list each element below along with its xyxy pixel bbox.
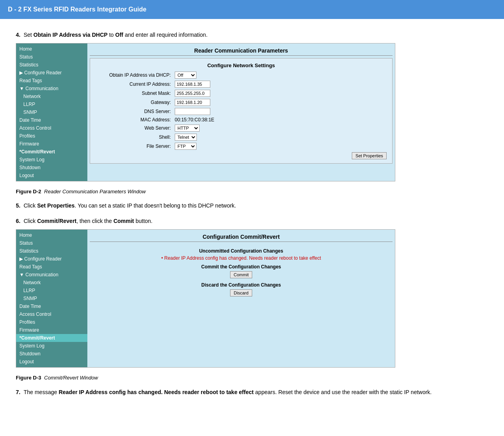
step7-text: 7.The message Reader IP Address config h… xyxy=(16,388,488,396)
panel2: Home Status Statistics ▶ Configure Reade… xyxy=(16,229,395,368)
field-gateway: Gateway: xyxy=(96,99,387,106)
uncommitted-title: Uncommitted Configuration Changes xyxy=(98,248,385,254)
discard-button[interactable]: Discard xyxy=(230,289,252,296)
sidebar2-snmp[interactable]: SNMP xyxy=(16,294,87,302)
input-gateway[interactable] xyxy=(175,99,210,106)
header-title: D - 2 FX Series RFID Readers Integrator … xyxy=(8,6,146,13)
field-ip: Current IP Address: xyxy=(96,81,387,88)
sidebar1-home[interactable]: Home xyxy=(16,45,87,53)
set-properties-button[interactable]: Set Properties xyxy=(352,152,387,159)
sidebar2-access-control[interactable]: Access Control xyxy=(16,310,87,318)
sidebar2-datetime[interactable]: Date Time xyxy=(16,302,87,310)
select-webserver[interactable]: HTTPHTTPS xyxy=(175,125,200,132)
step4-bold2: Off xyxy=(115,32,123,38)
sidebar2-firmware[interactable]: Firmware xyxy=(16,326,87,334)
panel1-inner-title: Configure Network Settings xyxy=(96,62,387,68)
sidebar2-logout[interactable]: Logout xyxy=(16,358,87,366)
step5-bold1: Set Properties xyxy=(37,202,75,209)
label-webserver: Web Server: xyxy=(96,125,175,131)
step6-bold2: Commit xyxy=(113,218,134,224)
sidebar2-statistics[interactable]: Statistics xyxy=(16,247,87,255)
field-fileserver: File Server: FTPSFTP xyxy=(96,143,387,150)
sidebar1-logout[interactable]: Logout xyxy=(16,172,87,179)
panel1-title: Reader Communication Parameters xyxy=(90,46,393,56)
step5-text: 5.Click Set Properties. You can set a st… xyxy=(16,202,488,210)
sidebar2-system-log[interactable]: System Log xyxy=(16,342,87,350)
input-ip[interactable] xyxy=(175,81,210,88)
uncommitted-msg: Reader IP Address config has changed. Ne… xyxy=(98,255,385,261)
figure2-caption: Reader Communication Parameters Window xyxy=(44,189,146,194)
step7-number: 7. xyxy=(16,389,21,395)
figure3-label: Figure D-3 Commit/Revert Window xyxy=(16,375,488,381)
main-content: 4.Set Obtain IP Address via DHCP to Off … xyxy=(0,19,504,415)
sidebar2-home[interactable]: Home xyxy=(16,231,87,239)
step4-bold1: Obtain IP Address via DHCP xyxy=(34,32,108,38)
input-dns[interactable] xyxy=(175,108,210,115)
sidebar1-commit-revert[interactable]: *Commit/Revert xyxy=(16,148,87,156)
field-dhcp: Obtain IP Address via DHCP: OffOn xyxy=(96,72,387,79)
sidebar2-shutdown[interactable]: Shutdown xyxy=(16,350,87,358)
sidebar2-llrp[interactable]: LLRP xyxy=(16,287,87,294)
sidebar2-communication[interactable]: ▼ Communication xyxy=(16,271,87,279)
sidebar2-read-tags[interactable]: Read Tags xyxy=(16,263,87,271)
discard-btn-row: Discard xyxy=(98,289,385,296)
field-subnet: Subnet Mask: xyxy=(96,90,387,97)
figure2-id: Figure D-2 xyxy=(16,189,41,194)
step6-text: 6.Click Commit/Revert, then click the Co… xyxy=(16,217,488,225)
sidebar1-datetime[interactable]: Date Time xyxy=(16,116,87,124)
sidebar2-configure-reader[interactable]: ▶ Configure Reader xyxy=(16,255,87,263)
panel1-inner: Configure Network Settings Obtain IP Add… xyxy=(90,58,393,164)
sidebar2-status[interactable]: Status xyxy=(16,239,87,247)
sidebar1-access-control[interactable]: Access Control xyxy=(16,124,87,132)
panel2-title: Configuration Commit/Revert xyxy=(90,232,393,242)
sidebar1-llrp[interactable]: LLRP xyxy=(16,100,87,108)
label-subnet: Subnet Mask: xyxy=(96,91,175,96)
sidebar1: Home Status Statistics ▶ Configure Reade… xyxy=(16,43,87,181)
select-shell[interactable]: TelnetSSH xyxy=(175,134,197,141)
field-webserver: Web Server: HTTPHTTPS xyxy=(96,125,387,132)
select-fileserver[interactable]: FTPSFTP xyxy=(175,143,196,150)
sidebar2-commit-revert[interactable]: *Commit/Revert xyxy=(16,334,87,342)
page-header: D - 2 FX Series RFID Readers Integrator … xyxy=(0,0,504,19)
step6-number: 6. xyxy=(16,218,21,224)
sidebar1-firmware[interactable]: Firmware xyxy=(16,140,87,148)
figure2-label: Figure D-2 Reader Communication Paramete… xyxy=(16,189,488,194)
step-7: 7.The message Reader IP Address config h… xyxy=(16,388,488,396)
select-dhcp[interactable]: OffOn xyxy=(175,72,196,79)
sidebar1-network[interactable]: Network xyxy=(16,92,87,100)
step-6: 6.Click Commit/Revert, then click the Co… xyxy=(16,217,488,368)
commit-section-title: Commit the Configuration Changes xyxy=(98,264,385,270)
panel2-main: Configuration Commit/Revert Uncommitted … xyxy=(87,230,395,367)
sidebar1-statistics[interactable]: Statistics xyxy=(16,61,87,69)
figure3-id: Figure D-3 xyxy=(16,375,41,381)
input-subnet[interactable] xyxy=(175,90,210,97)
field-mac: MAC Address: 00:15:70:C0:38:1E xyxy=(96,117,387,123)
sidebar1-status[interactable]: Status xyxy=(16,53,87,61)
commit-button[interactable]: Commit xyxy=(230,271,252,278)
sidebar1-system-log[interactable]: System Log xyxy=(16,156,87,164)
discard-section-title: Discard the Configuration Changes xyxy=(98,282,385,288)
step7-bold1: Reader IP Address config has changed. Ne… xyxy=(59,389,253,395)
label-mac: MAC Address: xyxy=(96,117,175,123)
value-mac: 00:15:70:C0:38:1E xyxy=(175,117,214,123)
set-props-row: Set Properties xyxy=(96,152,387,159)
sidebar2-network[interactable]: Network xyxy=(16,279,87,287)
step-5: 5.Click Set Properties. You can set a st… xyxy=(16,202,488,210)
step4-number: 4. xyxy=(16,32,21,38)
panel1-main: Reader Communication Parameters Configur… xyxy=(87,43,395,181)
label-ip: Current IP Address: xyxy=(96,81,175,87)
sidebar1-profiles[interactable]: Profiles xyxy=(16,132,87,140)
sidebar2-profiles[interactable]: Profiles xyxy=(16,318,87,326)
sidebar1-read-tags[interactable]: Read Tags xyxy=(16,77,87,85)
sidebar1-shutdown[interactable]: Shutdown xyxy=(16,164,87,172)
label-fileserver: File Server: xyxy=(96,143,175,149)
sidebar1-configure-reader[interactable]: ▶ Configure Reader xyxy=(16,69,87,77)
commit-btn-row: Commit xyxy=(98,271,385,278)
sidebar1-communication[interactable]: ▼ Communication xyxy=(16,85,87,92)
sidebar2: Home Status Statistics ▶ Configure Reade… xyxy=(16,230,87,367)
label-shell: Shell: xyxy=(96,134,175,140)
label-dns: DNS Server: xyxy=(96,109,175,114)
step6-bold1: Commit/Revert xyxy=(37,218,77,224)
label-dhcp: Obtain IP Address via DHCP: xyxy=(96,72,175,78)
sidebar1-snmp[interactable]: SNMP xyxy=(16,108,87,116)
